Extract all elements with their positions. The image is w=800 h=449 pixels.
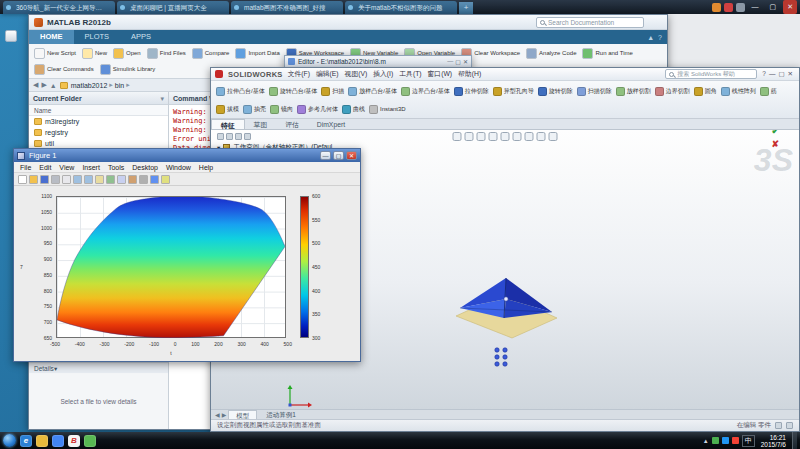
ribbon-button[interactable]: 旋转切除 [538, 82, 573, 100]
pan-icon[interactable] [95, 175, 104, 184]
tab-scroll-left-icon[interactable]: ◀ [215, 411, 220, 418]
toolstrip-button[interactable]: New Script [34, 45, 76, 61]
menu-item[interactable]: Help [199, 164, 213, 171]
matlab-title-bar[interactable]: MATLAB R2012b Search Documentation [29, 15, 667, 30]
folder-list-item[interactable]: registry [29, 127, 168, 138]
editor-maximize-icon[interactable]: ▢ [455, 58, 461, 65]
tab-home[interactable]: HOME [29, 30, 74, 44]
menu-icon[interactable] [736, 3, 745, 12]
ribbon-button[interactable]: 扫描切除 [577, 82, 612, 100]
featuremanager-design-tree-icon[interactable] [217, 133, 224, 140]
menu-item[interactable]: View [59, 164, 74, 171]
status-option-icon[interactable] [775, 422, 782, 429]
menu-item[interactable]: 编辑(E) [316, 69, 339, 79]
desktop-shortcut-icon[interactable] [5, 30, 17, 42]
editor-minimize-icon[interactable]: — [447, 58, 453, 65]
editor-close-icon[interactable]: ✕ [463, 58, 468, 65]
menu-item[interactable]: 文件(F) [288, 69, 310, 79]
browser-close-button[interactable]: ✕ [783, 0, 797, 14]
solidworks-maximize-button[interactable]: ▢ [778, 70, 784, 78]
zoom-out-icon[interactable] [84, 175, 93, 184]
link-plot-icon[interactable] [139, 175, 148, 184]
edit-cursor-icon[interactable] [62, 175, 71, 184]
figure-maximize-button[interactable]: ▢ [333, 151, 344, 160]
confirm-cancel-icon[interactable]: ✘ [771, 139, 779, 149]
media-player-icon[interactable]: B [68, 435, 80, 447]
figure-minimize-button[interactable]: — [320, 151, 331, 160]
zoom-area-icon[interactable] [465, 132, 474, 141]
show-desktop-button[interactable] [792, 432, 797, 449]
ribbon-button[interactable]: 扫描 [321, 82, 344, 100]
solidworks-help-search-input[interactable]: 搜索 SolidWorks 帮助 [665, 69, 757, 79]
menu-item[interactable]: Window [166, 164, 191, 171]
details-header[interactable]: Details ▾ [29, 362, 168, 373]
open-figure-icon[interactable] [29, 175, 38, 184]
hide-show-items-icon[interactable] [525, 132, 534, 141]
tray-expand-icon[interactable]: ▲ [703, 438, 709, 444]
kite-3d-model[interactable] [454, 272, 559, 340]
antivirus-tray-icon[interactable] [712, 437, 719, 444]
zoom-fit-icon[interactable] [453, 132, 462, 141]
matlab-search-input[interactable]: Search Documentation [536, 17, 644, 28]
ie-icon[interactable]: e [20, 435, 32, 447]
menu-item[interactable]: 视图(V) [345, 69, 368, 79]
ribbon-button[interactable]: 线性阵列 [721, 82, 756, 100]
print-icon[interactable] [51, 175, 60, 184]
solidworks-minimize-button[interactable]: — [769, 70, 776, 78]
forward-icon[interactable]: ▶ [41, 81, 46, 89]
ribbon-button[interactable]: 异型孔向导 [493, 82, 534, 100]
menu-item[interactable]: 帮助(H) [458, 69, 481, 79]
ribbon-button[interactable]: 拉伸切除 [454, 82, 489, 100]
zoom-in-icon[interactable] [73, 175, 82, 184]
new-tab-button[interactable]: + [459, 2, 473, 14]
toolstrip-button[interactable]: Simulink Library [100, 61, 156, 77]
ribbon-button[interactable]: 圆角 [694, 82, 717, 100]
ribbon-button[interactable]: 边界凸台/基体 [401, 82, 450, 100]
browser-tab[interactable]: 桌面闲聊吧 | 直播网页大全 [117, 1, 229, 14]
toolstrip-minimize-icon[interactable]: ▲ [647, 34, 654, 41]
brush-icon[interactable] [128, 175, 137, 184]
section-view-icon[interactable] [489, 132, 498, 141]
ribbon-button[interactable]: 拉伸凸台/基体 [216, 82, 265, 100]
sketch-points[interactable] [491, 346, 515, 368]
solidworks-title-bar[interactable]: SOLIDWORKS 文件(F)编辑(E)视图(V)插入(I)工具(T)窗口(W… [211, 68, 799, 81]
ribbon-button[interactable]: 拔模 [216, 100, 239, 118]
language-indicator[interactable]: 中 [742, 435, 755, 447]
menu-item[interactable]: 窗口(W) [428, 69, 453, 79]
tab-apps[interactable]: APPS [120, 30, 162, 44]
ribbon-button[interactable]: 旋转凸台/基体 [269, 82, 318, 100]
solidworks-help-icon[interactable]: ? [762, 70, 766, 78]
tab-scroll-right-icon[interactable]: ▶ [222, 411, 227, 418]
breadcrumb-segment[interactable]: matlab2012 [71, 82, 108, 89]
toolstrip-button[interactable]: Analyze Code [526, 45, 576, 61]
toolstrip-button[interactable]: Clear Commands [34, 61, 94, 77]
rotate-3d-icon[interactable] [106, 175, 115, 184]
menu-item[interactable]: Tools [108, 164, 124, 171]
solidworks-close-button[interactable]: ✕ [788, 70, 793, 78]
menu-item[interactable]: Insert [82, 164, 100, 171]
browser-tab[interactable]: matlab画图不准确画图_好搜 [231, 1, 343, 14]
figure-title-bar[interactable]: Figure 1 — ▢ ✕ [14, 149, 360, 162]
apps-icon[interactable] [712, 3, 721, 12]
ribbon-button[interactable]: 镜向 [270, 100, 293, 118]
help-icon[interactable]: ? [658, 34, 662, 41]
menu-item[interactable]: 工具(T) [399, 69, 421, 79]
menu-item[interactable]: File [20, 164, 31, 171]
toolstrip-button[interactable]: Run and Time [582, 45, 632, 61]
model-tab[interactable]: 模型 [228, 410, 257, 420]
ribbon-button[interactable]: 抽壳 [243, 100, 266, 118]
toolstrip-button[interactable]: Open [113, 45, 141, 61]
network-tray-icon[interactable] [722, 437, 729, 444]
ribbon-button[interactable]: 参考几何体 [297, 100, 338, 118]
configurationmanager-icon[interactable] [235, 133, 242, 140]
ribbon-button[interactable]: 曲线 [342, 100, 365, 118]
insert-legend-icon[interactable] [161, 175, 170, 184]
confirm-ok-icon[interactable]: ✔ [771, 130, 779, 136]
data-cursor-icon[interactable] [117, 175, 126, 184]
up-folder-icon[interactable]: ▲ [50, 82, 57, 89]
apply-scene-icon[interactable] [549, 132, 558, 141]
panel-menu-icon[interactable]: ▾ [160, 92, 164, 104]
toolstrip-button[interactable]: New [82, 45, 107, 61]
insert-colorbar-icon[interactable] [150, 175, 159, 184]
display-style-icon[interactable] [513, 132, 522, 141]
